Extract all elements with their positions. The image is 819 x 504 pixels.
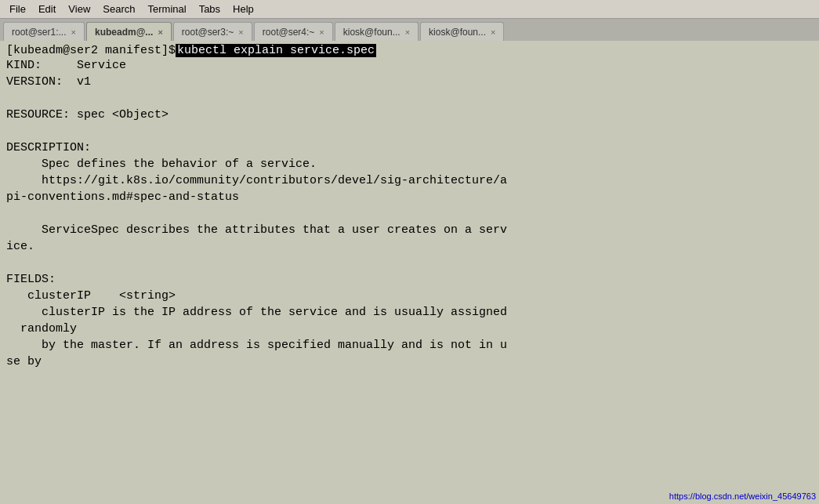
tab-4-label: root@ser4:~: [263, 27, 315, 38]
tab-2-label: kubeadm@...: [95, 27, 153, 38]
tab-5-close[interactable]: ×: [405, 27, 410, 37]
menu-view[interactable]: View: [62, 2, 96, 16]
menu-edit[interactable]: Edit: [32, 2, 62, 16]
prompt-line: [kubeadm@ser2 manifest]$ kubectl explain…: [6, 44, 813, 57]
terminal-output: KIND: Service VERSION: v1 RESOURCE: spec…: [6, 57, 813, 370]
menu-tabs[interactable]: Tabs: [193, 2, 226, 16]
command-text: kubectl explain service.spec: [176, 44, 376, 57]
tab-5-label: kiosk@foun...: [343, 27, 400, 38]
menu-help[interactable]: Help: [226, 2, 260, 16]
menu-bar: File Edit View Search Terminal Tabs Help: [0, 0, 819, 19]
tab-6[interactable]: kiosk@foun... ×: [420, 22, 504, 41]
tab-1-close[interactable]: ×: [71, 27, 76, 37]
menu-search[interactable]: Search: [96, 2, 141, 16]
terminal-area[interactable]: [kubeadm@ser2 manifest]$ kubectl explain…: [0, 41, 819, 504]
tab-6-close[interactable]: ×: [491, 27, 495, 37]
tab-2-close[interactable]: ×: [158, 27, 162, 37]
watermark: https://blog.csdn.net/weixin_45649763: [669, 491, 816, 501]
tab-bar: root@ser1:... × kubeadm@... × root@ser3:…: [0, 19, 819, 41]
menu-terminal[interactable]: Terminal: [142, 2, 193, 16]
tab-4-close[interactable]: ×: [319, 27, 324, 37]
tab-3-label: root@ser3:~: [182, 27, 234, 38]
tab-2[interactable]: kubeadm@... ×: [86, 22, 172, 41]
tab-1[interactable]: root@ser1:... ×: [3, 22, 85, 41]
tab-3-close[interactable]: ×: [238, 27, 243, 37]
tab-6-label: kiosk@foun...: [429, 27, 486, 38]
menu-file[interactable]: File: [3, 2, 32, 16]
tab-4[interactable]: root@ser4:~ ×: [254, 22, 333, 41]
tab-3[interactable]: root@ser3:~ ×: [173, 22, 252, 41]
prompt-text: [kubeadm@ser2 manifest]$: [6, 44, 176, 57]
tab-5[interactable]: kiosk@foun... ×: [335, 22, 419, 41]
tab-1-label: root@ser1:...: [12, 27, 67, 38]
